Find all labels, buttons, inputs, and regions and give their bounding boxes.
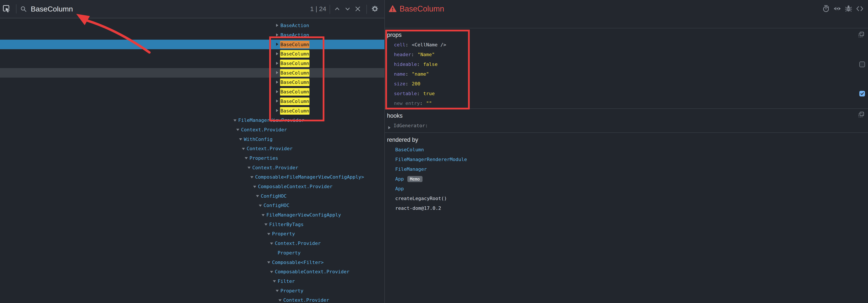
log-to-console-bug-icon[interactable] — [845, 5, 852, 12]
component-name[interactable]: BaseAction — [280, 22, 309, 29]
prop-row-new-entry[interactable]: new entry:"" — [385, 98, 868, 108]
tree-row-basecolumn[interactable]: BaseColumn — [0, 87, 384, 97]
tree-row-basecolumn[interactable]: BaseColumn — [0, 49, 384, 59]
owner-name[interactable]: App — [395, 186, 404, 191]
component-name[interactable]: Composable<Filter> — [272, 259, 324, 266]
component-name[interactable]: ConfigHOC — [263, 202, 290, 209]
component-name[interactable]: Context.Provider — [241, 126, 287, 133]
tree-row-composablecontext-provider[interactable]: ComposableContext.Provider — [0, 182, 384, 191]
tree-row-context-provider[interactable]: Context.Provider — [0, 239, 384, 248]
prop-value[interactable]: <CellName /> — [412, 42, 446, 48]
prop-value[interactable]: "" — [426, 100, 432, 106]
tree-row-confighoc[interactable]: ConfigHOC — [0, 191, 384, 201]
owner-name[interactable]: App — [395, 176, 404, 182]
rendered-by-item-basecolumn[interactable]: BaseColumn — [385, 145, 868, 155]
previous-match-button[interactable] — [332, 0, 342, 18]
tree-row-properties[interactable]: Properties — [0, 153, 384, 163]
component-name[interactable]: Filter — [277, 277, 295, 285]
tree-row-property[interactable]: Property — [0, 229, 384, 239]
owner-name[interactable]: react-dom@17.0.2 — [395, 206, 441, 211]
component-name[interactable]: Properties — [249, 154, 279, 162]
tree-row-filter[interactable]: Filter — [0, 277, 384, 286]
tree-row-filemanagerviewprovider[interactable]: FileManagerViewProvider — [0, 116, 384, 125]
owner-name[interactable]: FileManager — [395, 166, 427, 172]
prop-checkbox-unchecked[interactable] — [859, 62, 865, 67]
tree-row-baseaction[interactable]: BaseAction — [0, 21, 384, 30]
component-name[interactable]: Property — [277, 249, 301, 256]
component-name[interactable]: BaseColumn — [280, 41, 309, 48]
tree-row-basecolumn[interactable]: BaseColumn — [0, 106, 384, 116]
tree-row-property[interactable]: Property — [0, 286, 384, 295]
tree-row-basecolumn[interactable]: BaseColumn — [0, 68, 384, 78]
tree-row-composablecontext-provider[interactable]: ComposableContext.Provider — [0, 267, 384, 277]
tree-row-basecolumn[interactable]: BaseColumn — [0, 59, 384, 68]
settings-button[interactable] — [370, 0, 380, 18]
component-name[interactable]: Context.Provider — [283, 296, 330, 303]
copy-props-icon[interactable] — [858, 31, 865, 38]
component-name[interactable]: FileManagerViewConfigApply — [266, 211, 341, 219]
copy-hooks-icon[interactable] — [858, 112, 865, 118]
tree-row-context-provider[interactable]: Context.Provider — [0, 125, 384, 134]
clear-search-button[interactable] — [353, 0, 363, 18]
prop-value[interactable]: false — [423, 62, 437, 67]
prop-row-name[interactable]: name:"name" — [385, 69, 868, 79]
prop-row-cell[interactable]: cell:<CellName /> — [385, 40, 868, 50]
tree-row-confighoc[interactable]: ConfigHOC — [0, 201, 384, 210]
component-name[interactable]: BaseColumn — [280, 69, 309, 77]
tree-row-filterbytags[interactable]: FilterByTags — [0, 219, 384, 229]
component-name[interactable]: BaseColumn — [280, 88, 309, 96]
prop-value[interactable]: 200 — [412, 81, 421, 87]
component-name[interactable]: BaseAction — [280, 31, 309, 39]
prop-row-header[interactable]: header:"Name" — [385, 50, 868, 59]
inspect-element-button[interactable] — [2, 0, 12, 18]
rendered-by-item-react-dom-17-0-2[interactable]: react-dom@17.0.2 — [385, 203, 868, 213]
rendered-by-item-createlegacyroot-[interactable]: createLegacyRoot() — [385, 193, 868, 203]
rendered-by-item-app[interactable]: AppMemo — [385, 174, 868, 184]
view-source-code-icon[interactable] — [856, 5, 864, 12]
tree-row-withconfig[interactable]: WithConfig — [0, 134, 384, 144]
prop-row-hideable[interactable]: hideable:false — [385, 59, 868, 69]
owner-name[interactable]: createLegacyRoot() — [395, 196, 447, 201]
prop-value[interactable]: "name" — [412, 71, 429, 77]
prop-checkbox-checked[interactable] — [859, 91, 865, 96]
component-name[interactable]: Property — [280, 287, 304, 295]
tree-row-baseaction[interactable]: BaseAction — [0, 30, 384, 40]
prop-row-size[interactable]: size:200 — [385, 79, 868, 89]
component-name[interactable]: BaseColumn — [280, 60, 309, 67]
tree-row-property[interactable]: Property — [0, 248, 384, 258]
suspend-timer-icon[interactable] — [822, 5, 830, 12]
tree-row-context-provider[interactable]: Context.Provider — [0, 295, 384, 303]
component-name[interactable]: BaseColumn — [280, 107, 309, 115]
owner-name[interactable]: FileManagerRendererModule — [395, 157, 467, 162]
rendered-by-item-filemanagerrenderermodule[interactable]: FileManagerRendererModule — [385, 155, 868, 164]
tree-row-composable-filter-[interactable]: Composable<Filter> — [0, 257, 384, 267]
search-input[interactable] — [31, 0, 243, 18]
owner-name[interactable]: BaseColumn — [395, 147, 424, 152]
component-name[interactable]: ComposableContext.Provider — [257, 183, 333, 190]
component-name[interactable]: Context.Provider — [274, 240, 321, 247]
inspect-dom-eye-icon[interactable] — [833, 5, 841, 12]
component-name[interactable]: FileManagerViewProvider — [238, 116, 305, 124]
component-name[interactable]: ConfigHOC — [260, 192, 287, 200]
prop-value[interactable]: true — [423, 91, 435, 96]
prop-value[interactable]: "Name" — [417, 52, 435, 57]
tree-row-basecolumn[interactable]: BaseColumn — [0, 97, 384, 106]
component-name[interactable]: Context.Provider — [252, 164, 299, 172]
tree-row-filemanagerviewconfigapply[interactable]: FileManagerViewConfigApply — [0, 210, 384, 220]
component-name[interactable]: BaseColumn — [280, 79, 309, 86]
component-name[interactable]: FilterByTags — [269, 221, 304, 228]
component-name[interactable]: Composable<FileManagerViewConfigApply> — [255, 173, 365, 181]
component-name[interactable]: BaseColumn — [280, 50, 309, 58]
tree-row-basecolumn[interactable]: BaseColumn — [0, 78, 384, 87]
component-name[interactable]: WithConfig — [243, 135, 273, 143]
component-name[interactable]: Property — [272, 230, 296, 238]
prop-row-sortable[interactable]: sortable:true — [385, 89, 868, 98]
tree-row-context-provider[interactable]: Context.Provider — [0, 144, 384, 153]
next-match-button[interactable] — [343, 0, 352, 18]
tree-row-basecolumn[interactable]: BaseColumn — [0, 40, 384, 49]
tree-row-composable-filemanagerviewconfigapply-[interactable]: Composable<FileManagerViewConfigApply> — [0, 172, 384, 182]
rendered-by-item-filemanager[interactable]: FileManager — [385, 164, 868, 174]
hook-item[interactable]: IdGenerator: — [385, 121, 868, 130]
component-name[interactable]: ComposableContext.Provider — [274, 268, 350, 275]
component-name[interactable]: BaseColumn — [280, 97, 309, 105]
